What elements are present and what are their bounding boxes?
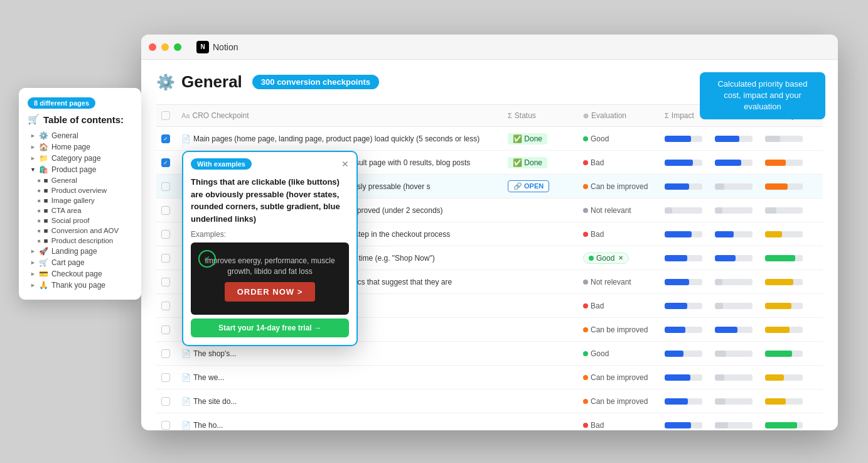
priority-bar: [765, 303, 803, 309]
row-text-cell: 📄The shop's...: [176, 346, 503, 362]
cost-bar-fill: [715, 279, 722, 285]
close-dot[interactable]: [149, 43, 156, 51]
cost-bar-fill: [715, 327, 737, 333]
maximize-dot[interactable]: [174, 43, 181, 51]
impact-bar-fill: [665, 136, 691, 142]
eval-good: Good: [583, 349, 609, 358]
eval-dot: [583, 232, 588, 237]
row-checkbox[interactable]: [161, 397, 170, 406]
row-text: The we...: [193, 373, 224, 382]
table-row[interactable]: 📄The we...Can be improved: [156, 366, 823, 389]
row-status-cell: ✅ Done: [503, 153, 578, 172]
toc-item[interactable]: ►💳Checkout page: [28, 268, 132, 280]
toc-item[interactable]: ►📁Category page: [28, 153, 132, 164]
col-checkpoint: Aa CRO Checkpoint: [176, 109, 503, 123]
priority-bar-fill: [765, 255, 795, 261]
toc-icon: 📁: [39, 154, 48, 163]
toc-bullet-icon: ■: [38, 228, 41, 234]
priority-bar: [765, 160, 803, 166]
titlebar: N Notion: [141, 35, 838, 60]
row-checkbox[interactable]: [161, 421, 170, 430]
cost-bar: [715, 207, 753, 214]
row-checkbox[interactable]: ✓: [161, 158, 170, 167]
priority-bar: [765, 183, 803, 190]
eval-orange: Can be improved: [583, 373, 648, 382]
open-button[interactable]: 🔗 OPEN: [508, 180, 549, 192]
row-evaluation-cell: Bad: [578, 226, 660, 242]
popup-bottom-button[interactable]: Start your 14-day free trial →: [191, 319, 349, 337]
impact-bar-fill: [665, 255, 687, 261]
toc-item[interactable]: ■■Conversion and AOV: [28, 226, 132, 236]
eval-dot: [583, 136, 588, 141]
header-checkbox[interactable]: [161, 111, 170, 120]
toc-arrow-icon: ►: [30, 248, 36, 254]
toc-item[interactable]: ■■Image gallery: [28, 195, 132, 205]
toc-bullet-icon: ■: [38, 208, 41, 214]
table-row[interactable]: ✓📄Main pages (home page, landing page, p…: [156, 127, 823, 151]
cost-bar: [715, 160, 753, 166]
table-row[interactable]: 📄The ho...Bad: [156, 413, 823, 430]
toc-title: 🛒 Table of contents:: [28, 114, 132, 125]
toc-item[interactable]: ►🛒Cart page: [28, 257, 132, 268]
row-evaluation-cell: Good: [578, 131, 660, 147]
row-checkbox[interactable]: [161, 302, 170, 310]
row-checkbox[interactable]: [161, 278, 170, 286]
toc-item[interactable]: ■■Product overview: [28, 185, 132, 195]
row-checkbox[interactable]: [161, 254, 170, 263]
row-checkbox[interactable]: [161, 182, 170, 191]
row-impact-cell: [660, 132, 710, 146]
row-cost-cell: [710, 180, 760, 193]
popup-cta-button[interactable]: ORDER NOW >: [225, 282, 316, 302]
row-checkbox[interactable]: [161, 230, 170, 239]
toc-item[interactable]: ►🏠Home page: [28, 141, 132, 153]
toc-icon: ■: [44, 237, 48, 244]
table-row[interactable]: 📄The site do...Can be improved: [156, 389, 823, 413]
toc-item[interactable]: ►⚙️General: [28, 130, 132, 141]
eval-dot: [583, 399, 588, 404]
toc-item[interactable]: ■■Product description: [28, 236, 132, 246]
impact-bar-fill: [665, 351, 683, 357]
checkpoints-badge: 300 conversion checkpoints: [252, 75, 379, 89]
row-checkbox[interactable]: [161, 206, 170, 215]
popup-close-button[interactable]: ✕: [341, 160, 349, 168]
notion-label: Notion: [213, 42, 238, 52]
toc-icon: 🙏: [39, 281, 48, 290]
row-checkbox[interactable]: [161, 349, 170, 358]
toc-label: Product page: [51, 165, 96, 174]
row-checkbox[interactable]: [161, 373, 170, 382]
toc-label: Checkout page: [51, 270, 102, 278]
priority-bar: [765, 136, 803, 142]
priority-bar-fill: [765, 374, 784, 381]
toc-icon: 💳: [39, 270, 48, 278]
row-cost-cell: [710, 156, 760, 170]
row-checkbox-cell: [156, 369, 176, 386]
toc-item[interactable]: ■■CTA area: [28, 205, 132, 215]
cost-bar: [715, 374, 753, 381]
status-done-badge: ✅ Done: [508, 157, 547, 168]
toc-item[interactable]: ■■Social proof: [28, 215, 132, 226]
popup-image: ✓ Improves energy, performance, muscle g…: [191, 242, 349, 315]
row-priority-cell: [760, 132, 823, 146]
notion-logo: N Notion: [196, 41, 238, 53]
row-status-cell: [503, 278, 578, 286]
cost-bar: [715, 279, 753, 285]
cost-bar-fill: [715, 398, 726, 405]
toc-item[interactable]: ►🙏Thank you page: [28, 280, 132, 291]
row-checkbox[interactable]: ✓: [161, 134, 170, 143]
impact-bar: [665, 231, 702, 237]
toc-label: CTA area: [51, 207, 82, 214]
toc-item[interactable]: ►🚀Landing page: [28, 246, 132, 257]
toc-item[interactable]: ■■General: [28, 175, 132, 185]
impact-bar: [665, 160, 702, 166]
minimize-dot[interactable]: [161, 43, 169, 51]
impact-bar-fill: [665, 160, 693, 166]
with-examples-badge: With examples: [191, 158, 252, 170]
toc-icon: ⚙️: [39, 131, 48, 140]
priority-bar: [765, 398, 803, 405]
row-impact-cell: [660, 395, 710, 408]
toc-label: Home page: [51, 143, 90, 151]
row-cost-cell: [710, 323, 760, 337]
toc-item[interactable]: ▼🛍️Product page: [28, 164, 132, 175]
cost-bar: [715, 351, 753, 357]
row-checkbox[interactable]: [161, 325, 170, 334]
